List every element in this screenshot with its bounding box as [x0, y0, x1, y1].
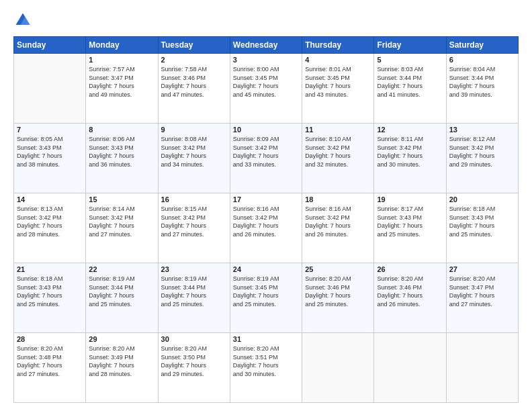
day-info: Sunrise: 8:20 AM Sunset: 3:46 PM Dayligh… — [377, 275, 443, 308]
day-info: Sunrise: 8:20 AM Sunset: 3:50 PM Dayligh… — [161, 345, 227, 378]
calendar-cell: 10Sunrise: 8:09 AM Sunset: 3:42 PM Dayli… — [230, 124, 302, 193]
day-info: Sunrise: 8:16 AM Sunset: 3:42 PM Dayligh… — [233, 205, 299, 238]
calendar-cell: 25Sunrise: 8:20 AM Sunset: 3:46 PM Dayli… — [302, 263, 374, 333]
day-number: 3 — [233, 56, 299, 64]
day-number: 22 — [89, 265, 154, 273]
calendar-cell: 17Sunrise: 8:16 AM Sunset: 3:42 PM Dayli… — [230, 193, 302, 263]
page: SundayMondayTuesdayWednesdayThursdayFrid… — [0, 0, 532, 411]
day-number: 21 — [17, 265, 83, 273]
day-info: Sunrise: 8:03 AM Sunset: 3:44 PM Dayligh… — [377, 65, 443, 99]
calendar-cell: 4Sunrise: 8:01 AM Sunset: 3:45 PM Daylig… — [302, 54, 374, 124]
day-info: Sunrise: 8:19 AM Sunset: 3:44 PM Dayligh… — [89, 275, 154, 308]
calendar-header-row: SundayMondayTuesdayWednesdayThursdayFrid… — [14, 37, 519, 54]
calendar-cell: 11Sunrise: 8:10 AM Sunset: 3:42 PM Dayli… — [302, 124, 374, 193]
day-number: 9 — [161, 126, 227, 134]
day-number: 31 — [233, 335, 299, 343]
calendar-cell: 2Sunrise: 7:58 AM Sunset: 3:46 PM Daylig… — [158, 54, 230, 124]
calendar-cell: 28Sunrise: 8:20 AM Sunset: 3:48 PM Dayli… — [14, 333, 86, 403]
day-info: Sunrise: 8:01 AM Sunset: 3:45 PM Dayligh… — [305, 65, 371, 99]
calendar-week-row: 7Sunrise: 8:05 AM Sunset: 3:43 PM Daylig… — [14, 124, 519, 193]
calendar-table: SundayMondayTuesdayWednesdayThursdayFrid… — [13, 36, 519, 403]
day-info: Sunrise: 8:08 AM Sunset: 3:42 PM Dayligh… — [161, 135, 227, 169]
day-info: Sunrise: 8:20 AM Sunset: 3:51 PM Dayligh… — [233, 345, 299, 378]
day-info: Sunrise: 8:14 AM Sunset: 3:42 PM Dayligh… — [89, 205, 154, 238]
calendar-cell: 16Sunrise: 8:15 AM Sunset: 3:42 PM Dayli… — [158, 193, 230, 263]
calendar-cell: 8Sunrise: 8:06 AM Sunset: 3:43 PM Daylig… — [86, 124, 158, 193]
day-number: 5 — [377, 56, 443, 64]
day-number: 23 — [161, 265, 227, 273]
day-number: 1 — [89, 56, 154, 64]
calendar-week-row: 1Sunrise: 7:57 AM Sunset: 3:47 PM Daylig… — [14, 54, 519, 124]
calendar-cell: 20Sunrise: 8:18 AM Sunset: 3:43 PM Dayli… — [446, 193, 518, 263]
day-info: Sunrise: 8:18 AM Sunset: 3:43 PM Dayligh… — [17, 275, 83, 308]
day-number: 28 — [17, 335, 83, 343]
calendar-week-row: 28Sunrise: 8:20 AM Sunset: 3:48 PM Dayli… — [14, 333, 519, 403]
day-info: Sunrise: 8:20 AM Sunset: 3:48 PM Dayligh… — [17, 345, 83, 378]
calendar-cell: 30Sunrise: 8:20 AM Sunset: 3:50 PM Dayli… — [158, 333, 230, 403]
day-number: 26 — [377, 265, 443, 273]
calendar-week-row: 14Sunrise: 8:13 AM Sunset: 3:42 PM Dayli… — [14, 193, 519, 263]
weekday-header: Monday — [86, 37, 158, 54]
calendar-cell: 21Sunrise: 8:18 AM Sunset: 3:43 PM Dayli… — [14, 263, 86, 333]
day-info: Sunrise: 8:19 AM Sunset: 3:45 PM Dayligh… — [233, 275, 299, 308]
calendar-cell: 31Sunrise: 8:20 AM Sunset: 3:51 PM Dayli… — [230, 333, 302, 403]
day-number: 25 — [305, 265, 371, 273]
day-number: 13 — [449, 126, 515, 134]
day-info: Sunrise: 8:18 AM Sunset: 3:43 PM Dayligh… — [449, 205, 515, 238]
day-number: 16 — [161, 195, 227, 203]
day-number: 27 — [449, 265, 515, 273]
calendar-cell — [302, 333, 374, 403]
calendar-cell: 6Sunrise: 8:04 AM Sunset: 3:44 PM Daylig… — [446, 54, 518, 124]
calendar-cell: 5Sunrise: 8:03 AM Sunset: 3:44 PM Daylig… — [374, 54, 446, 124]
day-info: Sunrise: 8:12 AM Sunset: 3:42 PM Dayligh… — [449, 135, 515, 169]
calendar-cell: 18Sunrise: 8:16 AM Sunset: 3:42 PM Dayli… — [302, 193, 374, 263]
day-number: 29 — [89, 335, 154, 343]
day-info: Sunrise: 8:09 AM Sunset: 3:42 PM Dayligh… — [233, 135, 299, 169]
day-info: Sunrise: 8:17 AM Sunset: 3:43 PM Dayligh… — [377, 205, 443, 238]
day-number: 24 — [233, 265, 299, 273]
weekday-header: Sunday — [14, 37, 86, 54]
calendar-cell: 14Sunrise: 8:13 AM Sunset: 3:42 PM Dayli… — [14, 193, 86, 263]
logo — [13, 11, 35, 30]
calendar-cell: 12Sunrise: 8:11 AM Sunset: 3:42 PM Dayli… — [374, 124, 446, 193]
calendar-cell: 13Sunrise: 8:12 AM Sunset: 3:42 PM Dayli… — [446, 124, 518, 193]
logo-icon — [13, 11, 32, 30]
day-number: 14 — [17, 195, 83, 203]
day-info: Sunrise: 8:20 AM Sunset: 3:47 PM Dayligh… — [449, 275, 515, 308]
day-info: Sunrise: 8:11 AM Sunset: 3:42 PM Dayligh… — [377, 135, 443, 169]
day-info: Sunrise: 8:15 AM Sunset: 3:42 PM Dayligh… — [161, 205, 227, 238]
day-info: Sunrise: 8:10 AM Sunset: 3:42 PM Dayligh… — [305, 135, 371, 169]
calendar-cell: 27Sunrise: 8:20 AM Sunset: 3:47 PM Dayli… — [446, 263, 518, 333]
calendar-week-row: 21Sunrise: 8:18 AM Sunset: 3:43 PM Dayli… — [14, 263, 519, 333]
calendar-cell: 19Sunrise: 8:17 AM Sunset: 3:43 PM Dayli… — [374, 193, 446, 263]
calendar-cell: 29Sunrise: 8:20 AM Sunset: 3:49 PM Dayli… — [86, 333, 158, 403]
day-number: 30 — [161, 335, 227, 343]
calendar-cell: 26Sunrise: 8:20 AM Sunset: 3:46 PM Dayli… — [374, 263, 446, 333]
day-info: Sunrise: 7:58 AM Sunset: 3:46 PM Dayligh… — [161, 65, 227, 99]
day-number: 7 — [17, 126, 83, 134]
day-number: 10 — [233, 126, 299, 134]
weekday-header: Thursday — [302, 37, 374, 54]
weekday-header: Saturday — [446, 37, 518, 54]
calendar-cell: 23Sunrise: 8:19 AM Sunset: 3:44 PM Dayli… — [158, 263, 230, 333]
calendar-cell: 24Sunrise: 8:19 AM Sunset: 3:45 PM Dayli… — [230, 263, 302, 333]
calendar-cell: 22Sunrise: 8:19 AM Sunset: 3:44 PM Dayli… — [86, 263, 158, 333]
calendar-cell: 1Sunrise: 7:57 AM Sunset: 3:47 PM Daylig… — [86, 54, 158, 124]
weekday-header: Friday — [374, 37, 446, 54]
calendar-cell: 9Sunrise: 8:08 AM Sunset: 3:42 PM Daylig… — [158, 124, 230, 193]
day-info: Sunrise: 7:57 AM Sunset: 3:47 PM Dayligh… — [89, 65, 154, 99]
calendar-cell — [446, 333, 518, 403]
day-number: 4 — [305, 56, 371, 64]
day-info: Sunrise: 8:06 AM Sunset: 3:43 PM Dayligh… — [89, 135, 154, 169]
day-info: Sunrise: 8:16 AM Sunset: 3:42 PM Dayligh… — [305, 205, 371, 238]
day-info: Sunrise: 8:19 AM Sunset: 3:44 PM Dayligh… — [161, 275, 227, 308]
day-info: Sunrise: 8:20 AM Sunset: 3:46 PM Dayligh… — [305, 275, 371, 308]
day-info: Sunrise: 8:20 AM Sunset: 3:49 PM Dayligh… — [89, 345, 154, 378]
day-number: 8 — [89, 126, 154, 134]
weekday-header: Wednesday — [230, 37, 302, 54]
calendar-cell: 7Sunrise: 8:05 AM Sunset: 3:43 PM Daylig… — [14, 124, 86, 193]
day-number: 17 — [233, 195, 299, 203]
day-number: 6 — [449, 56, 515, 64]
day-number: 20 — [449, 195, 515, 203]
day-number: 12 — [377, 126, 443, 134]
